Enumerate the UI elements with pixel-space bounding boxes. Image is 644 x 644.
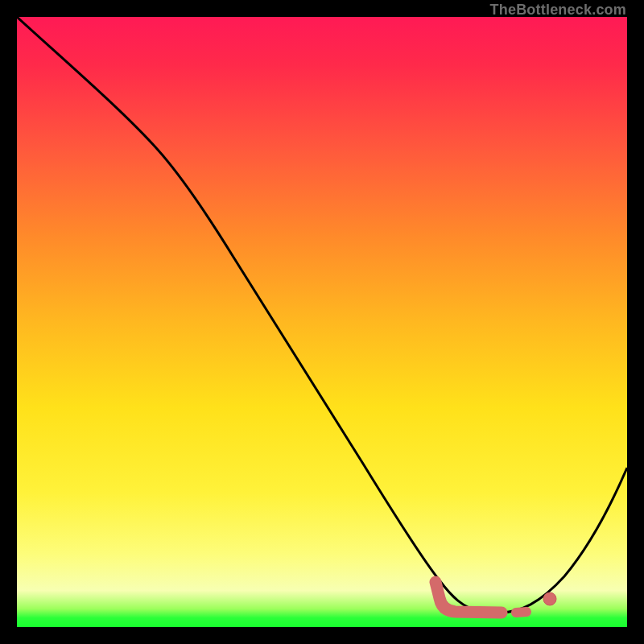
min-marker-dash: [516, 612, 526, 613]
plot-area: [17, 17, 627, 627]
watermark-text: TheBottleneck.com: [490, 2, 626, 19]
chart-overlay: [17, 17, 627, 627]
marker-dot-icon: [543, 592, 556, 605]
bottleneck-curve: [17, 17, 627, 613]
chart-frame: [17, 17, 627, 627]
